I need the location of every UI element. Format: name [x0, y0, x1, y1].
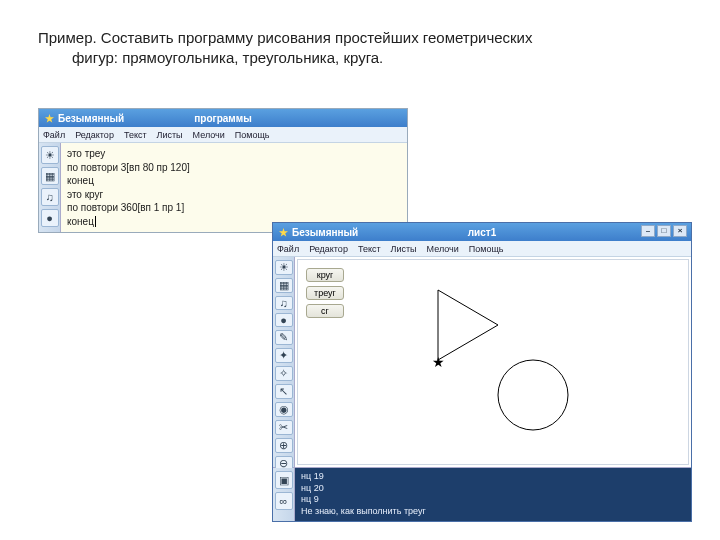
turtle-icon[interactable]: ★: [432, 354, 445, 370]
menu-sheets[interactable]: Листы: [157, 130, 183, 140]
menu-file[interactable]: Файл: [277, 244, 299, 254]
menu-misc[interactable]: Мелочи: [193, 130, 225, 140]
task-line1: Пример. Составить программу рисования пр…: [38, 28, 598, 48]
mic-icon[interactable]: ●: [41, 209, 59, 227]
menu-editor[interactable]: Редактор: [309, 244, 348, 254]
menubar: Файл Редактор Текст Листы Мелочи Помощь: [39, 127, 407, 143]
star-icon: ★: [45, 113, 54, 124]
code-window: ★ Безымянный программы Файл Редактор Тек…: [38, 108, 408, 233]
titlebar[interactable]: ★ Безымянный лист1 – □ ×: [273, 223, 691, 241]
task-line2: фигур: прямоугольника, треугольника, кру…: [72, 48, 598, 68]
run-icon[interactable]: ▣: [275, 471, 293, 489]
turtle-icon[interactable]: ☀: [275, 260, 293, 275]
task-text: Пример. Составить программу рисования пр…: [38, 28, 598, 69]
menubar: Файл Редактор Текст Листы Мелочи Помощь: [273, 241, 691, 257]
menu-sheets[interactable]: Листы: [391, 244, 417, 254]
window-subtitle: программы: [194, 113, 251, 124]
close-button[interactable]: ×: [673, 225, 687, 237]
menu-text[interactable]: Текст: [358, 244, 381, 254]
camera-icon[interactable]: ✦: [275, 348, 293, 363]
menu-file[interactable]: Файл: [43, 130, 65, 140]
svg-marker-0: [438, 290, 498, 360]
window-title: Безымянный: [292, 227, 358, 238]
code-editor[interactable]: это треу по повтори 3[вп 80 пр 120] коне…: [61, 143, 407, 232]
wand-icon[interactable]: ✧: [275, 366, 293, 381]
arrow-icon[interactable]: ↖: [275, 384, 293, 399]
console-output: нц 19 нц 20 нц 9 Не знаю, как выполнить …: [295, 468, 691, 521]
scissors-icon[interactable]: ✂: [275, 420, 293, 435]
toolbar: ☀▦♫●✎✦✧↖◉✂⊕⊖: [273, 257, 295, 467]
menu-help[interactable]: Помощь: [469, 244, 504, 254]
titlebar[interactable]: ★ Безымянный программы: [39, 109, 407, 127]
drawing-canvas[interactable]: круг треуг сг ★: [297, 259, 689, 465]
music-icon[interactable]: ♫: [41, 188, 59, 206]
eye-icon[interactable]: ◉: [275, 402, 293, 417]
link-icon[interactable]: ∞: [275, 492, 293, 510]
music-icon[interactable]: ♫: [275, 296, 293, 310]
minimize-button[interactable]: –: [641, 225, 655, 237]
blocks-icon[interactable]: ▦: [41, 167, 59, 185]
maximize-button[interactable]: □: [657, 225, 671, 237]
mic-icon[interactable]: ●: [275, 313, 293, 327]
window-subtitle: лист1: [468, 227, 497, 238]
menu-misc[interactable]: Мелочи: [427, 244, 459, 254]
zoom-in-icon[interactable]: ⊕: [275, 438, 293, 453]
menu-help[interactable]: Помощь: [235, 130, 270, 140]
bottom-tools: ▣∞: [273, 468, 295, 521]
paint-icon[interactable]: ✎: [275, 330, 293, 345]
window-title: Безымянный: [58, 113, 124, 124]
canvas-window: ★ Безымянный лист1 – □ × Файл Редактор Т…: [272, 222, 692, 522]
svg-point-1: [498, 360, 568, 430]
canvas-shapes: [298, 260, 694, 466]
turtle-icon[interactable]: ☀: [41, 146, 59, 164]
menu-text[interactable]: Текст: [124, 130, 147, 140]
menu-editor[interactable]: Редактор: [75, 130, 114, 140]
blocks-icon[interactable]: ▦: [275, 278, 293, 293]
toolbar: ☀▦♫●: [39, 143, 61, 232]
star-icon: ★: [279, 227, 288, 238]
